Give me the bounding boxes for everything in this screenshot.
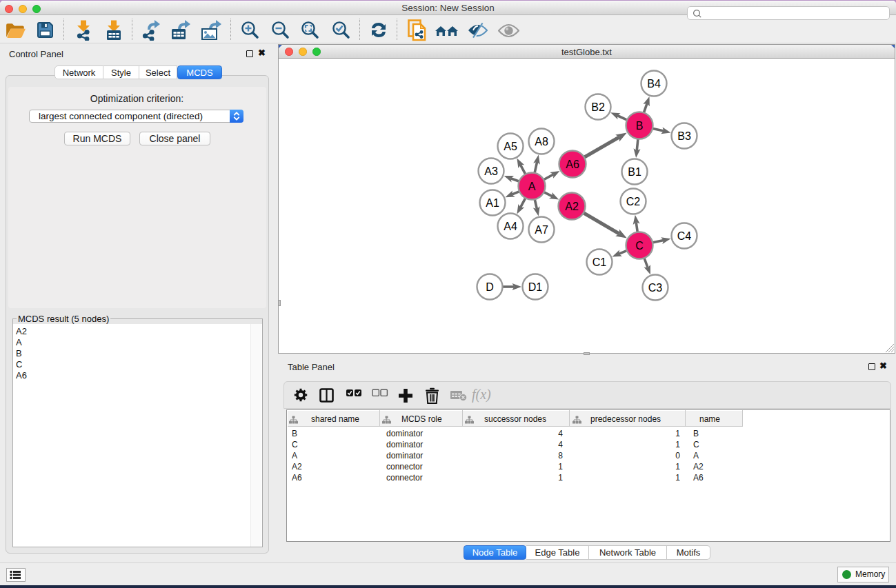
svg-text:A4: A4 [504, 221, 517, 232]
svg-text:B1: B1 [628, 166, 641, 178]
svg-text:A3: A3 [484, 165, 498, 177]
svg-text:D1: D1 [528, 281, 543, 293]
svg-text:C2: C2 [626, 196, 641, 207]
svg-text:A1: A1 [486, 197, 499, 209]
svg-text:A6: A6 [566, 159, 579, 170]
svg-text:D: D [486, 281, 494, 293]
svg-text:B4: B4 [647, 78, 661, 90]
svg-text:C4: C4 [677, 230, 692, 242]
svg-text:A8: A8 [535, 136, 548, 148]
svg-text:C1: C1 [593, 256, 607, 268]
svg-text:C3: C3 [648, 282, 663, 294]
svg-text:A: A [528, 181, 536, 192]
svg-text:A2: A2 [565, 201, 579, 212]
svg-text:A5: A5 [504, 141, 517, 152]
svg-text:B2: B2 [591, 101, 605, 113]
svg-text:B: B [636, 120, 644, 132]
svg-text:B3: B3 [677, 130, 691, 142]
svg-text:A7: A7 [535, 224, 548, 236]
svg-text:C: C [635, 240, 644, 252]
